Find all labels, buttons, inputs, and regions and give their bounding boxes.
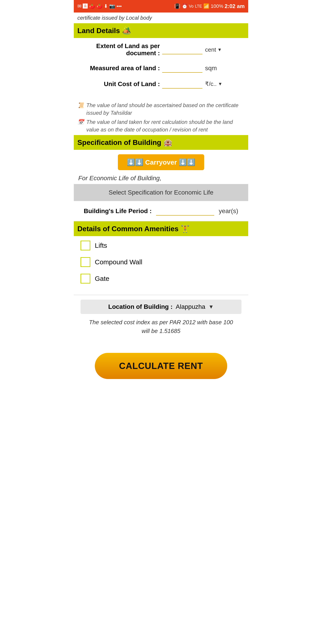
lifts-row: Lifts: [80, 240, 242, 250]
unit-cost-dropdown[interactable]: ₹/c.. ▼: [205, 80, 222, 88]
measured-area-unit: sqm: [205, 64, 217, 72]
battery-label: 100%: [211, 3, 223, 9]
time-label: 2:02 am: [225, 3, 245, 10]
land-note-1-text: The value of land should be ascertained …: [86, 102, 245, 116]
app-icon-1: 🅰: [83, 3, 88, 9]
land-details-header: Land Details 🏕️: [74, 23, 248, 38]
extent-land-input-group: cent ▼: [162, 45, 242, 54]
life-period-input[interactable]: [156, 206, 214, 216]
more-icon: •••: [116, 3, 122, 9]
notification-icon: ✉: [77, 3, 82, 9]
extent-land-input[interactable]: [162, 45, 202, 54]
life-period-label: Building's Life Period :: [84, 208, 152, 215]
extent-unit-dropdown[interactable]: cent ▼: [205, 46, 222, 53]
land-details-form: Extent of Land as per document : cent ▼ …: [74, 38, 248, 100]
land-note-2-emoji: 📅: [77, 118, 84, 126]
select-spec-row[interactable]: Select Specification for Economic Life: [74, 184, 248, 201]
amenities-section: Lifts Compound Wall Gate: [74, 236, 248, 295]
select-spec-label: Select Specification for Economic Life: [109, 189, 213, 196]
location-value: Alappuzha: [176, 303, 205, 310]
calculate-rent-button[interactable]: CALCULATE RENT: [95, 353, 227, 379]
location-dropdown-arrow[interactable]: ▼: [208, 304, 214, 310]
measured-area-label: Measured area of land :: [80, 64, 162, 72]
status-icons-left: ✉ 🅰 🍅 🍅 ⬇ 📷 •••: [77, 3, 122, 9]
measured-area-input-group: sqm: [162, 64, 242, 73]
gate-checkbox[interactable]: [80, 274, 90, 284]
signal-icon: 📶: [203, 3, 209, 9]
measured-area-input[interactable]: [162, 64, 202, 73]
for-economic-life-text: For Economic Life of Building,: [74, 175, 248, 184]
spec-building-title: Specification of Building: [77, 138, 161, 147]
land-note-1: 📜 The value of land should be ascertaine…: [77, 102, 245, 116]
download-icon: ⬇: [104, 3, 108, 9]
amenities-title: Details of Common Amenities: [77, 225, 178, 233]
lte-icon: LTE: [195, 4, 202, 9]
extent-unit-label: cent: [205, 46, 216, 53]
gate-label: Gate: [95, 275, 109, 282]
app-icon-2: 🍅: [89, 3, 95, 9]
amenities-header: Details of Common Amenities 🏋️: [74, 222, 248, 236]
calculate-btn-wrap: CALCULATE RENT: [74, 344, 248, 392]
app-icon-3: 🍅: [96, 3, 102, 9]
unit-cost-input-group: ₹/c.. ▼: [162, 80, 242, 88]
compound-wall-label: Compound Wall: [95, 258, 142, 266]
life-period-row: Building's Life Period : year(s): [74, 201, 248, 221]
compound-wall-row: Compound Wall: [80, 257, 242, 267]
lifts-label: Lifts: [95, 242, 107, 249]
extent-dropdown-arrow: ▼: [217, 47, 222, 52]
status-bar: ✉ 🅰 🍅 🍅 ⬇ 📷 ••• 📳 ⏰ Vo LTE 📶 100% 2:02 a…: [74, 0, 248, 12]
land-details-emoji: 🏕️: [122, 26, 131, 35]
spec-building-emoji: 🏨: [164, 138, 172, 147]
land-details-title: Land Details: [77, 26, 120, 35]
carryover-button[interactable]: ⬇️⬇️ Carryover ⬇️⬇️: [118, 154, 204, 170]
alarm-icon: ⏰: [182, 3, 188, 9]
compound-wall-checkbox[interactable]: [80, 257, 90, 267]
extent-land-label: Extent of Land as per document :: [80, 42, 162, 57]
extent-land-row: Extent of Land as per document : cent ▼: [80, 42, 242, 57]
carryover-btn-wrap: ⬇️⬇️ Carryover ⬇️⬇️: [74, 150, 248, 175]
land-note-1-emoji: 📜: [77, 102, 84, 109]
lifts-checkbox[interactable]: [80, 240, 90, 250]
location-row[interactable]: Location of Building : Alappuzha ▼: [80, 300, 242, 314]
unit-cost-row: Unit Cost of Land : ₹/c.. ▼: [80, 80, 242, 88]
vo-icon: Vo: [189, 4, 194, 9]
land-note-2: 📅 The value of land taken for rent calcu…: [77, 118, 245, 133]
vibrate-icon: 📳: [174, 3, 180, 9]
location-label: Location of Building :: [108, 303, 173, 310]
gate-row: Gate: [80, 274, 242, 284]
unit-cost-dropdown-arrow: ▼: [218, 82, 222, 86]
amenities-emoji: 🏋️: [181, 224, 190, 233]
spec-building-header: Specification of Building 🏨: [74, 135, 248, 150]
unit-cost-label: Unit Cost of Land :: [80, 80, 162, 88]
status-icons-right: 📳 ⏰ Vo LTE 📶 100% 2:02 am: [174, 3, 245, 10]
unit-cost-unit-label: ₹/c..: [205, 80, 217, 88]
location-section: Location of Building : Alappuzha ▼ The s…: [74, 295, 248, 344]
top-notice: certificate issued by Local body: [74, 12, 248, 23]
unit-cost-input[interactable]: [162, 80, 202, 88]
land-note-2-text: The value of land taken for rent calcula…: [86, 118, 245, 133]
life-period-unit: year(s): [219, 208, 238, 215]
instagram-icon: 📷: [109, 3, 115, 9]
measured-area-row: Measured area of land : sqm: [80, 64, 242, 73]
carryover-label: ⬇️⬇️ Carryover ⬇️⬇️: [127, 158, 195, 166]
cost-index-note: The selected cost index as per PAR 2012 …: [80, 314, 242, 340]
